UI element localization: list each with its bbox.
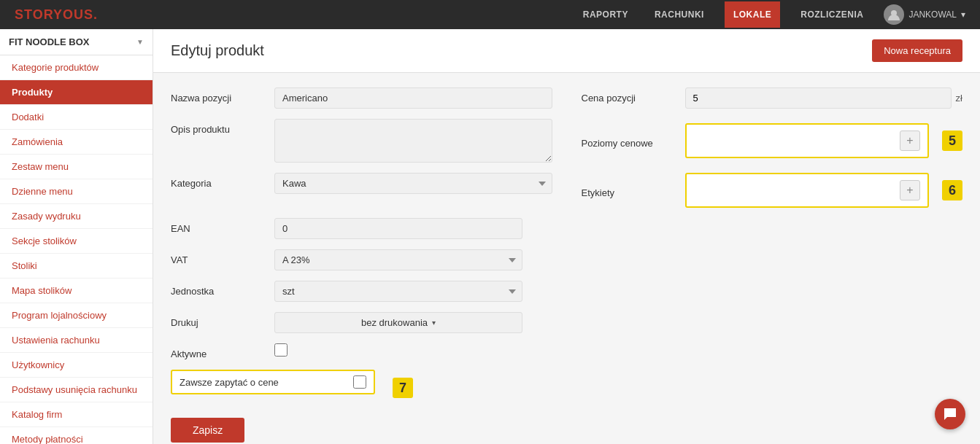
kategoria-label: Kategoria	[171, 173, 266, 189]
nav-rozliczenia[interactable]: ROZLICZENIA	[795, 9, 869, 20]
sidebar-item-uzytkownicy[interactable]: Użytkownicy	[0, 353, 153, 378]
sidebar-item-mapa-stolikow[interactable]: Mapa stolików	[0, 279, 153, 303]
store-selector[interactable]: FIT NOODLE BOX ▼	[0, 29, 153, 55]
sidebar: FIT NOODLE BOX ▼ Kategorie produktów Pro…	[0, 29, 153, 444]
logo-ous: OUS.	[63, 7, 98, 22]
logo-story: STORY	[15, 7, 63, 22]
opis-textarea[interactable]	[274, 119, 552, 163]
step6-badge: 6	[942, 180, 962, 200]
opis-label: Opis produktu	[171, 119, 266, 135]
etykiety-add-button[interactable]: +	[900, 180, 920, 200]
poziomy-cenowe-section: +	[685, 123, 930, 158]
nazwa-input[interactable]	[274, 87, 552, 109]
main-content: Edytuj produkt Nowa receptura Nazwa pozy…	[153, 29, 980, 444]
aktywne-label: Aktywne	[171, 343, 266, 359]
sidebar-item-kategorie[interactable]: Kategorie produktów	[0, 55, 153, 80]
drukuj-label: Drukuj	[171, 312, 266, 328]
nazwa-label: Nazwa pozycji	[171, 87, 266, 104]
page-title: Edytuj produkt	[171, 42, 264, 59]
etykiety-section: +	[685, 173, 930, 208]
sidebar-item-stoliki[interactable]: Stoliki	[0, 254, 153, 279]
vat-label: VAT	[171, 249, 266, 265]
drukuj-dropdown[interactable]: bez drukowania ▾	[274, 312, 522, 333]
poziomy-add-button[interactable]: +	[900, 131, 920, 151]
nav-lokale[interactable]: LOKALE	[725, 1, 780, 28]
drukuj-arrow: ▾	[432, 319, 436, 327]
sidebar-item-dodatki[interactable]: Dodatki	[0, 105, 153, 130]
sidebar-item-sekcje-stolikow[interactable]: Sekcje stolików	[0, 229, 153, 254]
sidebar-item-dzienne-menu[interactable]: Dzienne menu	[0, 179, 153, 204]
vat-select[interactable]: A 23%	[274, 249, 522, 270]
chat-button[interactable]	[935, 399, 965, 429]
sidebar-item-zasady-wydruku[interactable]: Zasady wydruku	[0, 204, 153, 229]
topnav-right: RAPORTY RACHUNKI LOKALE ROZLICZENIA JANK…	[577, 1, 965, 28]
cena-input[interactable]	[685, 87, 952, 109]
kategoria-select[interactable]: Kawa	[274, 173, 552, 194]
aktywne-checkbox[interactable]	[274, 343, 288, 357]
step5-badge: 5	[942, 131, 962, 151]
zawsze-section: Zawsze zapytać o cene	[171, 370, 375, 394]
store-name: FIT NOODLE BOX	[9, 36, 90, 47]
jednostka-label: Jednostka	[171, 281, 266, 297]
sidebar-item-podstawy-usuniecia[interactable]: Podstawy usunięcia rachunku	[0, 378, 153, 402]
etykiety-label: Etykiety	[582, 182, 676, 198]
jednostka-select[interactable]: szt	[274, 281, 522, 302]
ean-label: EAN	[171, 218, 266, 234]
user-menu[interactable]: JANKOWAL ▾	[884, 4, 965, 25]
drukuj-value: bez drukowania	[361, 317, 428, 328]
sidebar-item-katalog-firm[interactable]: Katalog firm	[0, 402, 153, 427]
save-button[interactable]: Zapisz	[171, 418, 244, 443]
cena-wrapper: zł	[685, 87, 963, 109]
topnav: STORYOUS. RAPORTY RACHUNKI LOKALE ROZLIC…	[0, 0, 980, 29]
user-name: JANKOWAL	[908, 9, 957, 20]
store-selector-arrow: ▼	[136, 38, 144, 46]
sidebar-item-zamowienia[interactable]: Zamówienia	[0, 130, 153, 155]
form-area: Nazwa pozycji Cena pozycji zł Opis produ…	[153, 73, 980, 444]
sidebar-item-ustawienia-rachunku[interactable]: Ustawienia rachunku	[0, 328, 153, 353]
nav-rachunki[interactable]: RACHUNKI	[649, 9, 710, 20]
user-avatar	[884, 4, 904, 25]
sidebar-item-produkty[interactable]: Produkty	[0, 80, 153, 105]
zawsze-label: Zawsze zapytać o cene	[180, 377, 346, 388]
poziomy-label: Poziomy cenowe	[582, 133, 676, 149]
ean-input[interactable]	[274, 218, 522, 239]
step7-badge: 7	[393, 378, 413, 398]
sidebar-item-metody-platnosci[interactable]: Metody płatności	[0, 427, 153, 444]
sidebar-item-program-lojalnosciowy[interactable]: Program lojalnościowy	[0, 303, 153, 328]
logo: STORYOUS.	[15, 7, 98, 23]
main-header: Edytuj produkt Nowa receptura	[153, 29, 980, 73]
user-dropdown-arrow: ▾	[961, 9, 965, 20]
sidebar-item-zestaw-menu[interactable]: Zestaw menu	[0, 155, 153, 179]
cena-unit: zł	[956, 93, 962, 104]
zawsze-checkbox[interactable]	[353, 375, 366, 389]
cena-label: Cena pozycji	[582, 87, 676, 104]
new-receipt-button[interactable]: Nowa receptura	[872, 39, 962, 62]
nav-raporty[interactable]: RAPORTY	[577, 9, 634, 20]
layout: FIT NOODLE BOX ▼ Kategorie produktów Pro…	[0, 29, 980, 444]
